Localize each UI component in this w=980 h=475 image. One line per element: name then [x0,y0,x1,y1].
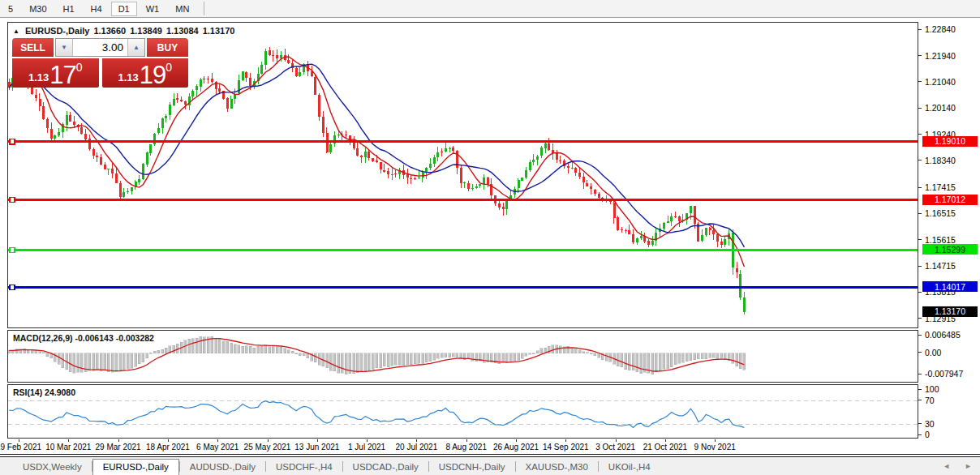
timeframe-toolbar: 5M30H1H4D1W1MN [0,0,980,18]
chart-tab-usdcad-daily[interactable]: USDCAD-,Daily [343,460,428,475]
rsi-line-chart [8,385,918,438]
sell-price-pip: 0 [76,61,83,74]
rsi-tick-100: 100 [918,384,939,394]
level-price-label-1.17012: 1.17012 [922,195,978,205]
volume-input[interactable]: 3.00 [73,39,127,56]
date-tick [516,439,517,442]
sell-button[interactable]: SELL [12,38,54,57]
rsi-line [9,401,744,428]
volume-increase-button[interactable]: ▲ [127,39,144,56]
chart-tab-eurusd-daily[interactable]: EURUSD-,Daily [92,459,179,475]
date-tick [665,439,666,442]
date-label-3-Oct-2021: 3 Oct 2021 [595,443,635,451]
date-tick [416,439,417,442]
timeframe-button-m30[interactable]: M30 [22,2,54,16]
buy-price-big: 19 [140,65,165,85]
price-tick-1.21040: 1.21040 [918,77,956,87]
macd-tick-0.00: 0.00 [918,348,941,357]
rsi-tick-0: 0 [918,430,930,439]
macd-indicator-panel[interactable]: MACD(12,26,9) -0.006143 -0.003282 [7,330,918,383]
date-tick [565,439,566,442]
date-label-1-Jul-2021: 1 Jul 2021 [348,443,385,451]
macd-label: MACD(12,26,9) -0.006143 -0.003282 [13,333,154,343]
timeframe-button-h1[interactable]: H1 [56,2,82,16]
price-tick-1.16515: 1.16515 [918,208,956,218]
level-price-label-1.14017: 1.14017 [922,281,978,292]
level-handle [10,139,15,144]
buy-price-prefix: 1.13 [118,71,138,83]
date-tick [217,439,218,442]
chart-tab-usdx-weekly[interactable]: USDX,Weekly [13,460,92,475]
date-label-6-May-2021: 6 May 2021 [196,443,239,451]
timeframe-button-h4[interactable]: H4 [84,2,110,16]
price-tick-1.14715: 1.14715 [918,261,956,271]
volume-spinner: ▼ 3.00 ▲ [55,38,145,57]
date-tick [268,439,269,442]
date-tick [616,439,617,442]
timeframe-button-d1[interactable]: D1 [111,2,137,16]
chart-tab-usdcnh-daily[interactable]: USDCNH-,Daily [429,460,515,475]
ohlc-low: 1.13084 [166,26,199,36]
rsi-indicator-panel[interactable]: RSI(14) 24.9080 [7,384,918,439]
timeframe-button-w1[interactable]: W1 [139,2,167,16]
date-tick [317,439,318,442]
chart-tab-usdchf-h4[interactable]: USDCHF-,H4 [266,460,342,475]
horizontal-level-lines [8,139,918,289]
rsi-tick-30: 30 [918,419,935,429]
date-label-14-Sep-2021: 14 Sep 2021 [543,443,589,451]
chart-tab-ukoil-h4[interactable]: UKOil-,H4 [599,460,660,475]
date-label-9-Nov-2021: 9 Nov 2021 [694,443,736,451]
date-label-21-Oct-2021: 21 Oct 2021 [643,443,687,451]
date-axis: 19 Feb 202110 Mar 202129 Mar 202118 Apr … [7,439,918,454]
level-handle [10,285,15,289]
price-tick-1.21940: 1.21940 [918,51,956,61]
buy-button[interactable]: BUY [147,38,188,57]
date-tick [715,439,716,442]
mt4-chart-window: 5M30H1H4D1W1MN ▲ EURUSD-,Daily 1.13660 1… [0,0,980,475]
price-tick-1.22840: 1.22840 [918,24,956,34]
chart-tab-bar: USDX,WeeklyEURUSD-,DailyAUDUSD-,DailyUSD… [0,457,980,475]
collapse-arrow-icon[interactable]: ▲ [13,28,19,35]
macd-tick--0.007947: -0.007947 [918,369,963,379]
date-label-26-Aug-2021: 26 Aug 2021 [493,443,539,451]
date-tick [466,439,467,442]
toolbar-separator [204,2,204,15]
date-tick [367,439,368,442]
volume-decrease-button[interactable]: ▼ [56,39,73,56]
price-axis: 1.228401.219401.210401.201401.192401.183… [918,22,980,454]
rsi-label: RSI(14) 24.9080 [13,387,75,397]
price-tick-1.20140: 1.20140 [918,103,956,113]
chart-tab-audusd-daily[interactable]: AUDUSD-,Daily [180,460,265,475]
chart-title: ▲ EURUSD-,Daily 1.13660 1.13849 1.13084 … [13,26,234,36]
date-label-19-Feb-2021: 19 Feb 2021 [0,443,41,451]
timeframe-button-mn[interactable]: MN [168,2,196,16]
buy-price-pip: 0 [165,61,172,74]
sell-price-tile[interactable]: 1.13 17 0 [12,58,99,88]
date-tick [68,439,69,442]
date-label-18-Apr-2021: 18 Apr 2021 [146,443,190,451]
chart-tab-xauusd-m30[interactable]: XAUUSD-,M30 [516,460,598,475]
level-handle [10,198,15,203]
macd-tick-0.006485: 0.006485 [918,330,961,340]
tab-scroll-right-icon[interactable]: ► [965,462,972,470]
date-label-20-Jul-2021: 20 Jul 2021 [396,443,438,451]
rsi-tick-70: 70 [918,396,935,405]
date-label-10-Mar-2021: 10 Mar 2021 [45,443,91,451]
price-chart-panel[interactable]: ▲ EURUSD-,Daily 1.13660 1.13849 1.13084 … [7,22,918,328]
ohlc-close: 1.13170 [203,26,235,36]
ohlc-high: 1.13849 [130,26,162,36]
date-label-13-Jun-2021: 13 Jun 2021 [294,443,339,451]
one-click-trade-panel: SELL ▼ 3.00 ▲ BUY 1.13 17 0 1.13 19 0 [12,38,188,88]
tab-scroll-buttons: ◄ ► [943,462,972,470]
ohlc-open: 1.13660 [93,26,126,36]
tab-scroll-left-icon[interactable]: ◄ [943,462,950,470]
buy-price-tile[interactable]: 1.13 19 0 [102,58,189,88]
date-tick [118,439,119,442]
price-tick-1.18340: 1.18340 [918,156,956,165]
current-price-label: 1.13170 [922,306,978,317]
chart-symbol-period: EURUSD-,Daily [25,26,89,36]
sell-price-prefix: 1.13 [28,71,49,83]
timeframe-button-5[interactable]: 5 [1,2,20,16]
date-tick [19,439,19,442]
date-label-25-May-2021: 25 May 2021 [244,443,291,451]
